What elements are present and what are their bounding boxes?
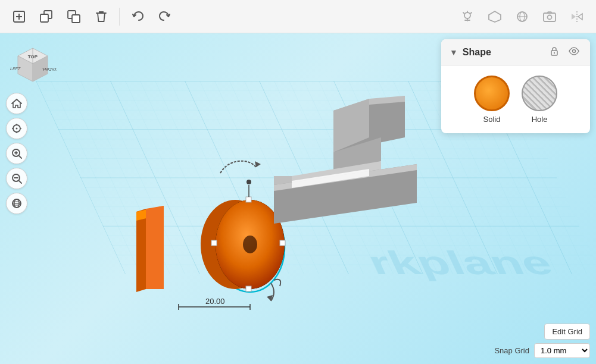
svg-line-9	[463, 12, 464, 14]
shape-panel-visible-button[interactable]	[566, 45, 582, 59]
viewport[interactable]: rkplane	[0, 33, 596, 364]
svg-rect-14	[544, 13, 556, 21]
edit-grid-button[interactable]: Edit Grid	[544, 324, 590, 340]
svg-rect-27	[246, 197, 251, 202]
new-shape-button[interactable]	[7, 5, 31, 29]
shape-option-solid[interactable]: Solid	[474, 76, 510, 124]
svg-text:LEFT: LEFT	[10, 67, 21, 71]
view-wireframe-button[interactable]	[510, 5, 534, 29]
svg-point-7	[464, 12, 470, 18]
svg-marker-21	[146, 206, 164, 289]
hole-label: Hole	[532, 115, 548, 124]
solid-label: Solid	[483, 115, 501, 124]
zoom-out-button[interactable]	[6, 168, 27, 189]
svg-point-15	[548, 15, 552, 19]
view-cube[interactable]: TOP LEFT FRONT	[6, 39, 54, 87]
delete-button[interactable]	[89, 5, 113, 29]
svg-line-10	[471, 12, 472, 14]
svg-rect-6	[72, 15, 80, 23]
snap-grid-row: Snap Grid 1.0 mm ▲ 0.1 mm 0.5 mm 1.0 mm …	[494, 343, 590, 358]
workplane-label: rkplane	[361, 244, 558, 281]
toolbar-right	[455, 5, 589, 29]
shape-options: Solid Hole	[441, 66, 590, 133]
solid-icon	[474, 76, 510, 111]
snap-grid-select[interactable]: 1.0 mm ▲ 0.1 mm 0.5 mm 1.0 mm 2.0 mm 5.0…	[534, 343, 590, 358]
view-solid-button[interactable]	[483, 5, 507, 29]
hole-icon	[522, 76, 557, 111]
zoom-in-button[interactable]	[6, 143, 27, 164]
home-button[interactable]	[6, 93, 27, 114]
svg-rect-28	[246, 286, 251, 291]
svg-rect-4	[40, 14, 48, 22]
svg-point-26	[243, 236, 257, 253]
svg-point-32	[246, 180, 251, 184]
shape-panel: ▼ Shape Solid	[441, 39, 590, 133]
panel-collapse-button[interactable]: ▼	[450, 48, 458, 57]
svg-line-68	[19, 181, 21, 183]
duplicate-button[interactable]	[62, 5, 86, 29]
perspective-button[interactable]	[6, 193, 27, 214]
svg-marker-19	[136, 209, 146, 292]
svg-text:FRONT: FRONT	[42, 67, 58, 72]
toolbar	[0, 0, 596, 33]
shape-panel-title: Shape	[463, 47, 542, 58]
copy-button[interactable]	[35, 5, 58, 29]
toolbar-separator-1	[119, 8, 120, 26]
view-light-button[interactable]	[455, 5, 479, 29]
shape-option-hole[interactable]: Hole	[522, 76, 557, 124]
undo-button[interactable]	[126, 5, 149, 29]
svg-point-75	[573, 50, 576, 53]
svg-rect-30	[280, 240, 285, 246]
svg-point-57	[16, 128, 18, 130]
svg-rect-29	[211, 240, 217, 246]
bottom-controls: Edit Grid Snap Grid 1.0 mm ▲ 0.1 mm 0.5 …	[494, 324, 590, 358]
svg-point-74	[554, 52, 555, 54]
shape-panel-lock-button[interactable]	[547, 45, 561, 59]
redo-button[interactable]	[153, 5, 177, 29]
mirror-button[interactable]	[565, 5, 589, 29]
svg-line-65	[19, 156, 21, 158]
fit-button[interactable]	[6, 118, 27, 139]
screenshot-button[interactable]	[538, 5, 561, 29]
snap-grid-label: Snap Grid	[494, 346, 529, 355]
svg-text:20.00: 20.00	[205, 297, 225, 306]
shape-panel-header: ▼ Shape	[441, 39, 590, 66]
left-controls	[6, 93, 27, 214]
